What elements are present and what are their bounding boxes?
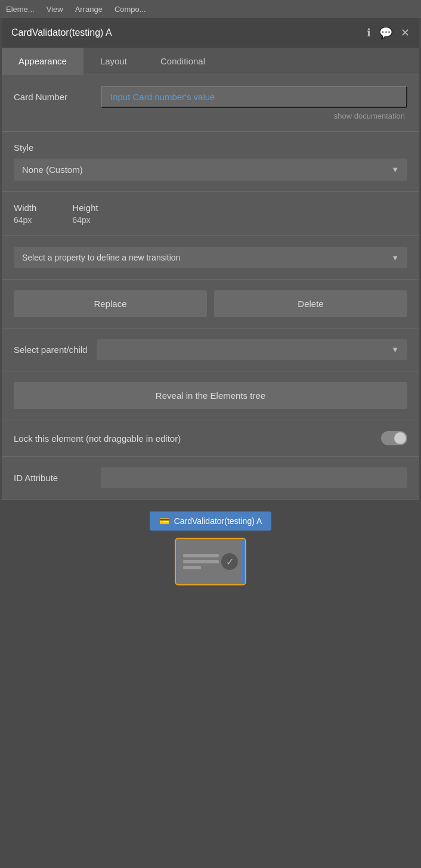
id-label: ID Attribute: [14, 473, 91, 483]
dimensions-section: Width 64px Height 64px: [2, 192, 419, 236]
show-documentation[interactable]: show documentation: [14, 111, 407, 120]
transition-dropdown[interactable]: Select a property to define a new transi…: [14, 247, 407, 268]
panel-body: Card Number Input Card number's value sh…: [2, 75, 419, 500]
card-preview-inner: ✓: [183, 553, 238, 570]
card-number-label: Card Number: [14, 92, 91, 102]
top-bar-view[interactable]: View: [47, 5, 63, 14]
chat-icon[interactable]: 💬: [379, 26, 392, 39]
badge-icon: 💳: [159, 516, 169, 526]
close-icon[interactable]: ✕: [401, 26, 410, 39]
width-group: Width 64px: [14, 203, 36, 225]
blue-edge: [242, 539, 245, 584]
replace-button[interactable]: Replace: [14, 290, 207, 317]
style-dropdown[interactable]: None (Custom) ▼: [14, 159, 407, 181]
info-icon[interactable]: ℹ: [367, 26, 371, 39]
width-label: Width: [14, 203, 36, 213]
transition-section: Select a property to define a new transi…: [2, 236, 419, 280]
lock-row: Lock this element (not draggable in edit…: [14, 431, 407, 445]
panel: CardValidator(testing) A ℹ 💬 ✕ Appearanc…: [2, 18, 419, 500]
card-line-2: [183, 560, 219, 563]
action-buttons-section: Replace Delete: [2, 280, 419, 328]
top-bar: Eleme... View Arrange Compo...: [0, 0, 421, 18]
card-number-input[interactable]: Input Card number's value: [101, 86, 407, 108]
buttons-row: Replace Delete: [14, 290, 407, 317]
card-number-row: Card Number Input Card number's value: [14, 86, 407, 108]
parent-child-row: Select parent/child ▼: [14, 339, 407, 360]
dimensions-row: Width 64px Height 64px: [14, 203, 407, 225]
height-value: 64px: [72, 215, 98, 225]
panel-header-icons: ℹ 💬 ✕: [367, 26, 410, 39]
lock-toggle[interactable]: [381, 431, 407, 445]
id-input-field[interactable]: [101, 467, 407, 488]
panel-title: CardValidator(testing) A: [11, 27, 112, 38]
card-line-1: [183, 554, 219, 557]
lock-section: Lock this element (not draggable in edit…: [2, 420, 419, 457]
reveal-section: Reveal in the Elements tree: [2, 371, 419, 420]
transition-arrow-icon: ▼: [391, 253, 399, 262]
card-lines: [183, 554, 219, 569]
toggle-knob: [394, 432, 406, 444]
style-section: Style None (Custom) ▼: [2, 132, 419, 192]
parent-child-label: Select parent/child: [14, 345, 87, 355]
style-arrow-icon: ▼: [391, 165, 399, 174]
parent-child-dropdown[interactable]: ▼: [97, 339, 407, 360]
tab-conditional[interactable]: Conditional: [144, 48, 222, 75]
id-attribute-section: ID Attribute: [2, 457, 419, 500]
top-bar-compose[interactable]: Compo...: [114, 5, 146, 14]
badge-label: CardValidator(testing) A: [174, 516, 262, 526]
delete-button[interactable]: Delete: [214, 290, 407, 317]
height-label: Height: [72, 203, 98, 213]
transition-placeholder: Select a property to define a new transi…: [22, 253, 180, 262]
tab-layout[interactable]: Layout: [83, 48, 144, 75]
card-preview: ✓: [175, 538, 246, 585]
height-group: Height 64px: [72, 203, 98, 225]
lock-label: Lock this element (not draggable in edit…: [14, 433, 181, 444]
card-validator-badge[interactable]: 💳 CardValidator(testing) A: [150, 512, 272, 531]
parent-child-arrow-icon: ▼: [391, 345, 399, 354]
panel-header: CardValidator(testing) A ℹ 💬 ✕: [2, 18, 419, 48]
tabs: Appearance Layout Conditional: [2, 48, 419, 75]
tab-appearance[interactable]: Appearance: [2, 48, 83, 75]
top-bar-elements[interactable]: Eleme...: [6, 5, 35, 14]
card-number-section: Card Number Input Card number's value sh…: [2, 75, 419, 132]
style-label: Style: [14, 142, 407, 153]
checkmark-icon: ✓: [221, 553, 238, 570]
style-value: None (Custom): [22, 165, 83, 175]
bottom-area: 💳 CardValidator(testing) A ✓: [0, 500, 421, 597]
parent-child-section: Select parent/child ▼: [2, 328, 419, 371]
top-bar-arrange[interactable]: Arrange: [75, 5, 103, 14]
card-line-3: [183, 566, 201, 569]
id-row: ID Attribute: [14, 467, 407, 488]
reveal-button[interactable]: Reveal in the Elements tree: [14, 382, 407, 409]
width-value: 64px: [14, 215, 36, 225]
